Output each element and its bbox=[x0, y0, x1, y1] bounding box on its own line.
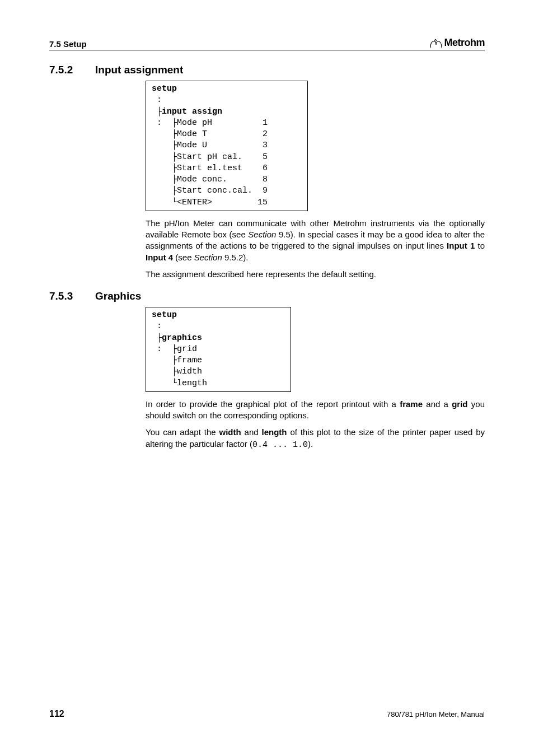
paragraph-input-assign-1: The pH/Ion Meter can communicate with ot… bbox=[146, 218, 485, 263]
code-box-graphics: setup : ├graphics : ├grid ├frame ├width … bbox=[146, 307, 291, 392]
header-section-ref: 7.5 Setup bbox=[49, 39, 87, 49]
section-title: Input assignment bbox=[95, 64, 183, 76]
paragraph-graphics-1: In order to provide the graphical plot o… bbox=[146, 399, 485, 422]
section-number: 7.5.2 bbox=[49, 64, 83, 76]
section-title: Graphics bbox=[95, 290, 141, 302]
brand-name: Metrohm bbox=[444, 37, 485, 49]
brand-logo: Metrohm bbox=[430, 37, 485, 49]
code-box-input-assign: setup : ├input assign : ├Mode pH 1 ├Mode… bbox=[146, 81, 308, 211]
page-number: 112 bbox=[49, 709, 64, 719]
page-footer: 112 780/781 pH/Ion Meter, Manual bbox=[49, 709, 485, 719]
metrohm-logo-icon bbox=[430, 38, 442, 48]
paragraph-input-assign-2: The assignment described here represents… bbox=[146, 269, 485, 280]
section-heading-graphics: 7.5.3 Graphics bbox=[49, 290, 485, 302]
section-number: 7.5.3 bbox=[49, 290, 83, 302]
footer-doc-ref: 780/781 pH/Ion Meter, Manual bbox=[387, 710, 485, 718]
section-heading-input-assignment: 7.5.2 Input assignment bbox=[49, 64, 485, 76]
page-header: 7.5 Setup Metrohm bbox=[49, 37, 485, 50]
paragraph-graphics-2: You can adapt the width and length of th… bbox=[146, 427, 485, 451]
svg-point-0 bbox=[434, 39, 436, 41]
